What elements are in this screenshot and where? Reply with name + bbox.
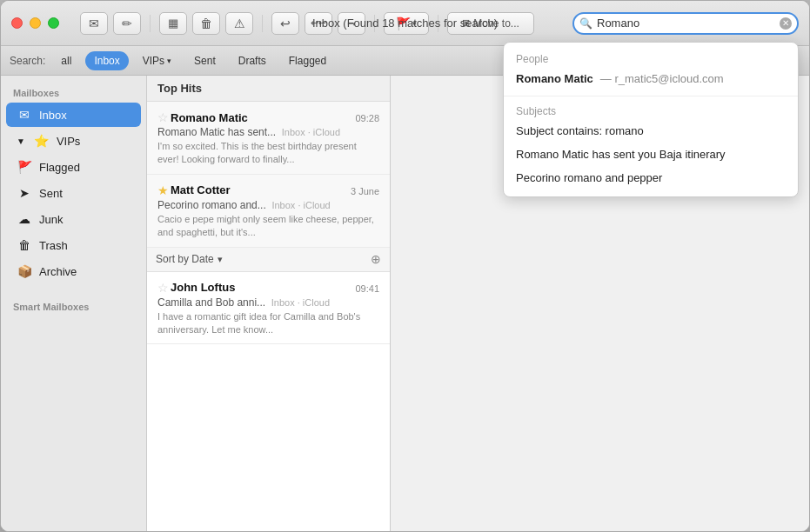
star-icon-1[interactable]: ★ <box>157 183 169 197</box>
separator-1 <box>150 15 151 32</box>
new-message-button[interactable]: ✏ <box>113 12 141 35</box>
filter-sent[interactable]: Sent <box>185 51 224 70</box>
filter-inbox-label: Inbox <box>94 55 119 67</box>
person-name: Romano Matic <box>516 72 593 85</box>
message-list: Top Hits ☆ Romano Matic 09:28 Romano Mat… <box>147 76 391 531</box>
sort-options-icon[interactable]: ⊕ <box>371 252 381 266</box>
star-icon-2[interactable]: ☆ <box>157 281 169 295</box>
sidebar-item-trash[interactable]: 🗑 Trash <box>6 233 141 257</box>
traffic-lights <box>11 17 59 29</box>
search-container: 🔍 ✕ People Romano Matic — r_matic5@iclou… <box>572 12 799 35</box>
compose-icon: ✉ <box>89 17 99 30</box>
filter-all-label: all <box>61 55 71 67</box>
sent-icon: ➤ <box>17 186 32 200</box>
subject-text-0: Subject contains: romano <box>516 124 644 137</box>
meta-1: Inbox · iCloud <box>271 200 330 210</box>
search-input[interactable] <box>572 12 799 35</box>
search-label: Search: <box>10 55 45 67</box>
close-button[interactable] <box>11 17 23 29</box>
subjects-section-header: Subjects <box>504 102 798 119</box>
subject-item-2[interactable]: Pecorino romano and pepper <box>504 166 798 190</box>
vips-icon: ⭐ <box>34 134 50 148</box>
filter-flagged[interactable]: Flagged <box>280 51 335 70</box>
message-header-1: ★ Matt Cotter 3 June <box>157 183 379 197</box>
filter-drafts-label: Drafts <box>238 55 266 67</box>
vip-expand-icon: ▼ <box>17 136 25 146</box>
maximize-button[interactable] <box>48 17 59 29</box>
star-icon-0[interactable]: ☆ <box>157 110 169 124</box>
archive-icon: ▦ <box>168 17 178 30</box>
sort-bar[interactable]: Sort by Date ▾ ⊕ <box>147 248 390 272</box>
junk-button[interactable]: ⚠ <box>225 12 253 35</box>
filter-sent-label: Sent <box>194 55 216 67</box>
subject-item-1[interactable]: Romano Matic has sent you Baja itinerary <box>504 143 798 166</box>
top-hits-label: Top Hits <box>157 82 202 95</box>
titlebar: ✉ ✏ ▦ 🗑 ⚠ ↩ ↩↩ → <box>1 1 809 46</box>
people-section-header: People <box>504 50 798 67</box>
subject-0: Romano Matic has sent... Inbox · iCloud <box>157 126 379 138</box>
clear-icon: ✕ <box>782 18 789 28</box>
new-message-icon: ✏ <box>122 17 132 30</box>
reply-button[interactable]: ↩ <box>271 12 299 35</box>
archive-button[interactable]: ▦ <box>159 12 187 35</box>
filter-flagged-label: Flagged <box>289 55 326 67</box>
person-email: — r_matic5@icloud.com <box>600 72 724 85</box>
minimize-button[interactable] <box>30 17 41 29</box>
search-wrapper: 🔍 ✕ People Romano Matic — r_matic5@iclou… <box>572 12 799 35</box>
flagged-label: Flagged <box>39 161 80 174</box>
separator-2 <box>262 15 263 32</box>
subject-2: Camilla and Bob anni... Inbox · iCloud <box>157 296 379 309</box>
subject-item-0[interactable]: Subject contains: romano <box>504 119 798 143</box>
delete-button[interactable]: 🗑 <box>192 12 220 35</box>
filter-inbox[interactable]: Inbox <box>85 51 128 70</box>
subject-text-1: Romano Matic has sent you Baja itinerary <box>516 148 726 161</box>
archive-label: Archive <box>39 265 77 278</box>
flagged-icon: 🚩 <box>17 160 32 174</box>
sidebar-item-junk[interactable]: ☁ Junk <box>6 207 141 231</box>
junk-mailbox-icon: ☁ <box>17 212 32 226</box>
message-item-0[interactable]: ☆ Romano Matic 09:28 Romano Matic has se… <box>147 102 390 175</box>
trash-label: Trash <box>39 239 68 252</box>
search-clear-button[interactable]: ✕ <box>780 17 792 30</box>
subject-1: Pecorino romano and... Inbox · iCloud <box>157 199 379 211</box>
sent-label: Sent <box>39 187 63 200</box>
sender-1: Matt Cotter <box>171 183 231 196</box>
search-dropdown: People Romano Matic — r_matic5@icloud.co… <box>503 42 799 197</box>
message-item-1[interactable]: ★ Matt Cotter 3 June Pecorino romano and… <box>147 175 390 248</box>
smart-mailboxes-label: Smart Mailboxes <box>1 295 146 316</box>
meta-0: Inbox · iCloud <box>282 127 340 137</box>
junk-label: Junk <box>39 213 63 226</box>
top-hits-header: Top Hits <box>147 76 390 102</box>
message-header-2: ☆ John Loftus 09:41 <box>157 281 379 295</box>
window-title: Inbox (Found 18 matches for search) <box>312 17 498 30</box>
sidebar-item-archive[interactable]: 📦 Archive <box>6 259 141 283</box>
sidebar-item-inbox[interactable]: ✉ Inbox <box>6 103 141 127</box>
people-item-0[interactable]: Romano Matic — r_matic5@icloud.com <box>504 67 798 90</box>
sidebar-item-flagged[interactable]: 🚩 Flagged <box>6 155 141 179</box>
filter-drafts[interactable]: Drafts <box>230 51 275 70</box>
mail-window: ✉ ✏ ▦ 🗑 ⚠ ↩ ↩↩ → <box>0 0 810 532</box>
time-2: 09:41 <box>355 283 379 294</box>
meta-2: Inbox · iCloud <box>271 297 330 308</box>
junk-icon: ⚠ <box>234 17 245 30</box>
filter-vips[interactable]: VIPs ▾ <box>134 51 180 70</box>
trash-icon: 🗑 <box>17 238 32 252</box>
message-item-2[interactable]: ☆ John Loftus 09:41 Camilla and Bob anni… <box>147 272 390 345</box>
filter-vips-label: VIPs <box>143 55 164 67</box>
delete-icon: 🗑 <box>200 17 212 30</box>
sender-0: Romano Matic <box>171 111 248 124</box>
filter-all[interactable]: all <box>52 51 80 70</box>
vips-label: VIPs <box>57 135 80 148</box>
preview-1: Cacio e pepe might only seem like cheese… <box>157 213 379 240</box>
sender-2: John Loftus <box>171 281 235 294</box>
message-header-0: ☆ Romano Matic 09:28 <box>157 110 379 124</box>
sidebar-item-vips[interactable]: ▼ ⭐ VIPs <box>6 129 141 153</box>
sort-arrow: ▾ <box>218 254 223 265</box>
inbox-icon: ✉ <box>17 108 32 122</box>
search-icon: 🔍 <box>579 17 592 30</box>
sidebar-item-sent[interactable]: ➤ Sent <box>6 181 141 205</box>
preview-2: I have a romantic gift idea for Camilla … <box>157 310 379 337</box>
dropdown-divider <box>504 96 798 96</box>
mailboxes-label: Mailboxes <box>1 81 146 102</box>
compose-button[interactable]: ✉ <box>80 12 108 35</box>
